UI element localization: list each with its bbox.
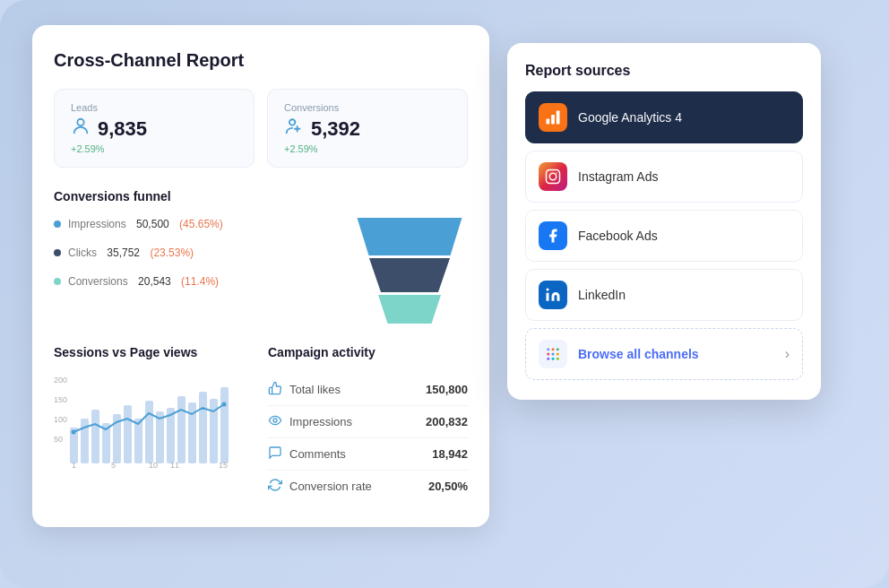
campaign-row-conversion: Conversion rate 20,50% xyxy=(268,471,468,502)
li-name: LinkedIn xyxy=(578,288,626,302)
browse-chevron: › xyxy=(785,346,790,362)
fb-name: Facebook Ads xyxy=(578,229,658,243)
impressions-val: 200,832 xyxy=(426,415,468,428)
conv-pct: (11.4%) xyxy=(178,275,219,288)
likes-icon xyxy=(268,381,282,398)
ig-name: Instagram Ads xyxy=(578,169,659,184)
svg-point-38 xyxy=(552,348,555,350)
impressions-value: 50,500 xyxy=(134,218,169,230)
sessions-title: Sessions vs Page views xyxy=(54,345,254,359)
svg-point-36 xyxy=(547,289,549,291)
conversion-rate-value: 20,50% xyxy=(428,480,468,493)
svg-rect-35 xyxy=(547,293,549,301)
svg-point-22 xyxy=(222,402,227,407)
conversion-icon xyxy=(268,478,282,495)
browse-all-row[interactable]: Browse all channels › xyxy=(525,328,803,380)
svg-rect-8 xyxy=(91,410,99,463)
svg-text:5: 5 xyxy=(111,461,116,470)
campaign-rows: Total likes 150,800 Impressions 200,832 xyxy=(268,374,468,502)
svg-point-21 xyxy=(72,430,76,435)
dot-clicks xyxy=(54,249,61,256)
svg-rect-20 xyxy=(220,387,229,463)
funnel-bottom xyxy=(378,295,441,324)
svg-point-40 xyxy=(547,353,549,356)
svg-point-44 xyxy=(552,358,555,360)
comments-label: Comments xyxy=(289,447,346,461)
campaign-row-likes: Total likes 150,800 xyxy=(268,374,468,406)
svg-rect-16 xyxy=(177,396,186,463)
source-linkedin[interactable]: LinkedIn xyxy=(525,269,803,321)
svg-text:11: 11 xyxy=(170,461,179,470)
svg-rect-11 xyxy=(124,405,132,463)
metrics-row: Leads 9,835 +2.59% Conversions 5,392 xyxy=(54,89,468,168)
likes-value: 150,800 xyxy=(426,383,468,396)
campaign-title: Campaign activity xyxy=(268,345,468,359)
source-google-analytics[interactable]: Google Analytics 4 xyxy=(525,91,803,143)
conversions-value: 5,392 xyxy=(311,117,360,141)
leads-label: Leads xyxy=(71,102,237,113)
ga-logo xyxy=(539,103,567,132)
svg-point-28 xyxy=(273,419,277,422)
svg-point-39 xyxy=(557,348,559,350)
comments-value: 18,942 xyxy=(432,447,468,461)
impressions-icon xyxy=(268,413,282,430)
dashboard-title: Cross-Channel Report xyxy=(54,50,468,71)
svg-rect-31 xyxy=(557,111,560,125)
funnel-stat-clicks: Clicks 35,752 (23.53%) xyxy=(54,246,337,259)
leads-value: 9,835 xyxy=(98,117,147,141)
dot-impressions xyxy=(54,220,61,228)
campaign-impressions-label: Impressions xyxy=(289,415,352,428)
svg-point-42 xyxy=(557,353,559,356)
svg-text:10: 10 xyxy=(149,461,158,470)
campaign-section: Campaign activity Total likes 150,800 xyxy=(268,345,468,502)
funnel-stat-impressions: Impressions 50,500 (45.65%) xyxy=(54,218,337,230)
leads-icon xyxy=(71,117,91,142)
funnel-section: Conversions funnel Impressions 50,500 (4… xyxy=(54,189,468,324)
funnel-mid xyxy=(365,258,454,292)
svg-point-41 xyxy=(552,353,555,356)
ga-name: Google Analytics 4 xyxy=(578,110,682,125)
dashboard-card: Cross-Channel Report Leads 9,835 +2.59% … xyxy=(32,25,489,527)
sessions-section: Sessions vs Page views 200 150 100 50 xyxy=(54,345,254,502)
conversion-rate-label: Conversion rate xyxy=(289,480,372,493)
svg-text:15: 15 xyxy=(219,461,228,470)
svg-rect-12 xyxy=(134,419,142,463)
svg-rect-13 xyxy=(145,401,153,463)
svg-point-37 xyxy=(547,348,549,350)
svg-point-33 xyxy=(549,173,557,180)
leads-change: +2.59% xyxy=(71,143,237,154)
likes-label: Total likes xyxy=(289,383,341,396)
clicks-label: Clicks xyxy=(68,246,97,259)
svg-rect-29 xyxy=(547,119,550,125)
svg-rect-7 xyxy=(81,419,89,463)
bottom-row: Sessions vs Page views 200 150 100 50 xyxy=(54,345,468,502)
conversions-label: Conversions xyxy=(284,102,451,113)
svg-rect-30 xyxy=(551,115,555,125)
conversions-icon xyxy=(284,117,304,142)
panel-title: Report sources xyxy=(525,63,803,79)
funnel-top xyxy=(351,218,468,255)
impressions-pct: (45.65%) xyxy=(177,218,223,230)
ig-logo xyxy=(539,162,567,191)
funnel-stats: Impressions 50,500 (45.65%) Clicks 35,75… xyxy=(54,218,337,324)
svg-text:150: 150 xyxy=(54,395,67,404)
svg-point-43 xyxy=(547,358,549,360)
source-instagram[interactable]: Instagram Ads xyxy=(525,151,803,203)
leads-metric: Leads 9,835 +2.59% xyxy=(54,89,255,168)
campaign-row-impressions: Impressions 200,832 xyxy=(268,406,468,438)
source-facebook[interactable]: Facebook Ads xyxy=(525,210,803,262)
fb-logo xyxy=(539,221,567,250)
sessions-chart: 200 150 100 50 xyxy=(54,374,254,472)
svg-point-34 xyxy=(556,172,557,174)
li-logo xyxy=(539,281,567,309)
conv-label: Conversions xyxy=(68,275,128,288)
browse-left: Browse all channels xyxy=(539,340,699,368)
impressions-label: Impressions xyxy=(68,218,126,230)
svg-text:200: 200 xyxy=(54,376,67,385)
browse-icon xyxy=(539,340,567,368)
dot-conversions xyxy=(54,278,61,285)
campaign-row-comments: Comments 18,942 xyxy=(268,438,468,471)
svg-text:50: 50 xyxy=(54,435,63,444)
funnel-title: Conversions funnel xyxy=(54,189,468,203)
report-sources-panel: Report sources Google Analytics 4 Instag… xyxy=(507,43,821,400)
